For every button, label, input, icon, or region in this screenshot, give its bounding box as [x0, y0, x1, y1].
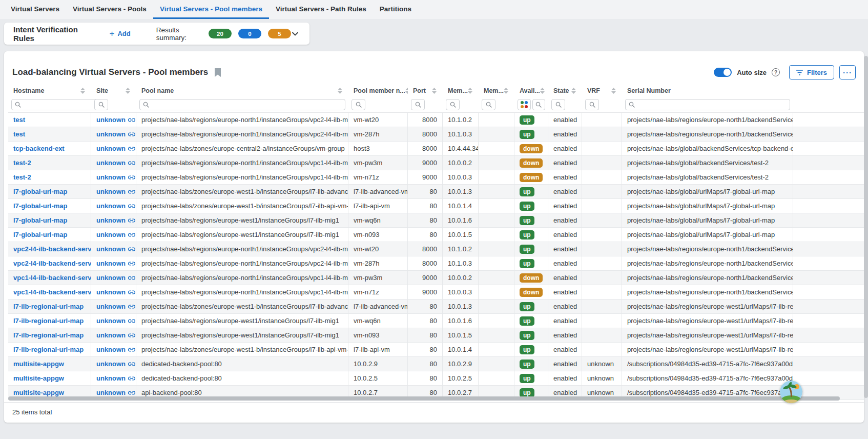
hostname-link[interactable]: l7-ilb-regional-url-map — [13, 346, 84, 353]
cell-port: 80 — [408, 199, 443, 213]
hostname-link[interactable]: vpc2-l4-ilb-backend-service — [13, 260, 91, 267]
site-link[interactable]: unknown — [96, 389, 135, 396]
hostname-link[interactable]: l7-ilb-regional-url-map — [13, 317, 84, 325]
column-header-mem2[interactable]: Mem... — [479, 84, 514, 97]
site-link[interactable]: unknown — [96, 202, 135, 210]
sort-icon[interactable] — [468, 88, 472, 94]
avail-search-box[interactable] — [532, 99, 546, 110]
auto-size-toggle[interactable] — [714, 68, 732, 77]
column-header-site[interactable]: Site — [91, 84, 136, 97]
chevron-down-icon[interactable] — [291, 30, 299, 38]
more-options-button[interactable]: ··· — [839, 65, 856, 79]
hostname-link[interactable]: test-2 — [13, 173, 31, 181]
hostname-link[interactable]: test — [13, 116, 25, 124]
tab-virtual-servers-path-rules[interactable]: Virtual Servers - Path Rules — [269, 0, 373, 19]
hostname-link[interactable]: vpc2-l4-ilb-backend-service — [13, 245, 91, 253]
site-link[interactable]: unknown — [96, 331, 135, 339]
help-icon[interactable]: ? — [772, 68, 780, 76]
sort-icon[interactable] — [540, 88, 545, 94]
add-rule-button[interactable]: + Add — [110, 29, 131, 38]
vrf-search-box[interactable] — [585, 99, 599, 110]
column-header-member[interactable]: Pool member n... — [348, 84, 408, 97]
filters-button[interactable]: Filters — [789, 65, 834, 79]
hostname-link[interactable]: l7-ilb-regional-url-map — [13, 331, 84, 339]
hostname-link[interactable]: l7-global-url-map — [13, 188, 67, 195]
hostname-link[interactable]: tcp-backend-ext — [13, 145, 65, 152]
hostname-link[interactable]: test-2 — [13, 159, 31, 167]
hostname-link[interactable]: multisite-appgw — [13, 374, 64, 382]
sort-icon[interactable] — [126, 88, 130, 94]
tab-partitions[interactable]: Partitions — [373, 0, 418, 19]
site-link[interactable]: unknown — [96, 216, 135, 224]
horizontal-scrollbar-thumb[interactable] — [8, 396, 840, 401]
hostname-link[interactable]: vpc1-l4-ilb-backend-service — [13, 288, 91, 296]
sort-icon[interactable] — [80, 88, 85, 94]
site-link[interactable]: unknown — [96, 360, 135, 368]
site-link[interactable]: unknown — [96, 116, 135, 124]
hostname-search-input[interactable] — [23, 101, 102, 108]
cell-port: 9000 — [408, 170, 443, 184]
cell-site: unknown — [91, 357, 136, 371]
column-header-vrf[interactable]: VRF — [582, 84, 622, 97]
vertical-scrollbar[interactable] — [864, 56, 868, 398]
hostname-link[interactable]: multisite-appgw — [13, 389, 64, 396]
site-link[interactable]: unknown — [96, 303, 135, 310]
availability-filter-button[interactable] — [518, 99, 531, 110]
serial-search-input[interactable] — [637, 101, 787, 108]
column-header-pool[interactable]: Pool name — [136, 84, 348, 97]
hostname-link[interactable]: l7-ilb-regional-url-map — [13, 303, 84, 310]
site-link[interactable]: unknown — [96, 346, 135, 353]
tab-virtual-servers-pools[interactable]: Virtual Servers - Pools — [66, 0, 153, 19]
column-header-serial[interactable]: Serial Number — [622, 84, 793, 97]
mem2-search-box[interactable] — [482, 99, 495, 110]
site-link[interactable]: unknown — [96, 145, 135, 152]
tab-virtual-servers-pool-members[interactable]: Virtual Servers - Pool members — [153, 0, 269, 19]
mem1-search-box[interactable] — [446, 99, 460, 110]
column-header-hostname[interactable]: Hostname — [8, 84, 91, 97]
site-link[interactable]: unknown — [96, 317, 135, 325]
sort-icon[interactable] — [504, 88, 508, 94]
site-link[interactable]: unknown — [96, 173, 135, 181]
cell-state: enabled — [548, 228, 582, 242]
hostname-link[interactable]: vpc1-l4-ilb-backend-service — [13, 274, 91, 282]
column-header-mem1[interactable]: Mem... — [443, 84, 479, 97]
tab-virtual-servers[interactable]: Virtual Servers — [4, 0, 66, 19]
sort-icon[interactable] — [432, 88, 437, 94]
pool-search-box[interactable] — [139, 99, 345, 110]
member-search-box[interactable] — [352, 99, 365, 110]
site-link[interactable]: unknown — [96, 274, 135, 282]
site-link[interactable]: unknown — [96, 245, 135, 253]
horizontal-scrollbar[interactable] — [8, 396, 857, 401]
hostname-link[interactable]: multisite-appgw — [13, 360, 64, 368]
hostname-link[interactable]: l7-global-url-map — [13, 231, 67, 238]
site-link[interactable]: unknown — [96, 231, 135, 238]
site-link[interactable]: unknown — [96, 159, 135, 167]
cell-pool: projects/nae-labs/regions/europe-north1/… — [136, 170, 348, 184]
site-link[interactable]: unknown — [96, 188, 135, 195]
port-search-box[interactable] — [411, 99, 425, 110]
column-header-port[interactable]: Port — [408, 84, 443, 97]
column-header-avail[interactable]: Avail... — [514, 84, 548, 97]
sort-icon[interactable] — [571, 88, 576, 94]
vertical-scrollbar-thumb[interactable] — [864, 56, 868, 398]
hostname-link[interactable]: l7-global-url-map — [13, 216, 67, 224]
results-badge-info[interactable]: 0 — [238, 29, 261, 38]
site-link[interactable]: unknown — [96, 130, 135, 138]
hostname-link[interactable]: l7-global-url-map — [13, 202, 67, 210]
site-link[interactable]: unknown — [96, 288, 135, 296]
sort-icon[interactable] — [338, 88, 342, 94]
results-badge-passed[interactable]: 20 — [209, 29, 232, 38]
sort-icon[interactable] — [611, 88, 616, 94]
bookmark-icon[interactable] — [214, 68, 221, 77]
serial-search-box[interactable] — [625, 99, 790, 110]
pool-search-input[interactable] — [151, 101, 342, 108]
column-header-state[interactable]: State — [548, 84, 582, 97]
site-link[interactable]: unknown — [96, 374, 135, 382]
site-link[interactable]: unknown — [96, 260, 135, 267]
table-row: testunknownprojects/nae-labs/regions/eur… — [8, 127, 864, 142]
state-search-box[interactable] — [551, 99, 565, 110]
site-search-box[interactable] — [94, 99, 108, 110]
cell-site: unknown — [91, 199, 136, 213]
hostname-link[interactable]: test — [13, 130, 25, 138]
results-badge-warning[interactable]: 5 — [268, 29, 291, 38]
